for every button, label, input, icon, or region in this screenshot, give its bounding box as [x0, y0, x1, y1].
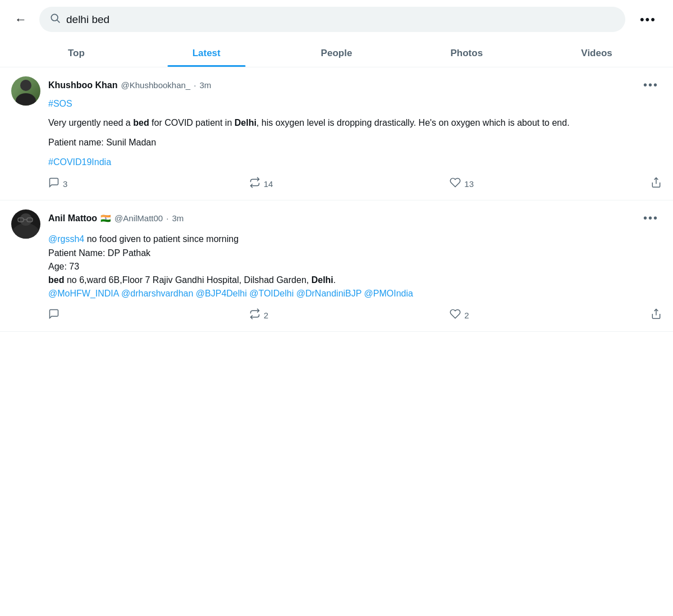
- retweet-action[interactable]: 14: [249, 177, 450, 191]
- reply-action[interactable]: 3: [48, 177, 249, 191]
- tweet-content: @rgssh4 no food given to patient since m…: [48, 232, 662, 300]
- tweet-actions: 2 2: [48, 308, 662, 322]
- author-name: Anil Mattoo: [48, 213, 97, 223]
- tweet-text-line1: @rgssh4 no food given to patient since m…: [48, 232, 662, 247]
- reply-count: 3: [63, 179, 67, 189]
- retweet-count: 14: [264, 179, 273, 189]
- tweet-meta: Khushboo Khan @Khushbookhan_ · 3m: [48, 80, 211, 90]
- tweet-mentions: @MoHFW_INDIA @drharshvardhan @BJP4Delhi …: [48, 287, 662, 300]
- share-icon: [651, 177, 662, 191]
- retweet-count: 2: [264, 311, 268, 320]
- tweet-timestamp: 3m: [172, 213, 184, 223]
- like-action[interactable]: 2: [450, 308, 651, 322]
- author-handle[interactable]: @Khushbookhan_: [121, 80, 191, 90]
- tweet-meta: Anil Mattoo 🇮🇳 @AnilMatt00 · 3m: [48, 213, 184, 223]
- like-count: 13: [464, 179, 474, 189]
- tweet-header: Khushboo Khan @Khushbookhan_ · 3m •••: [48, 76, 662, 94]
- share-icon: [651, 308, 662, 322]
- reply-icon: [48, 177, 59, 191]
- tweet-patient-name: Patient name: Sunil Madan: [48, 136, 662, 150]
- retweet-icon: [249, 308, 260, 322]
- svg-point-2: [20, 80, 31, 91]
- mentions-list[interactable]: @MoHFW_INDIA @drharshvardhan @BJP4Delhi …: [48, 289, 413, 298]
- tweet-patient-age: Age: 73: [48, 260, 662, 273]
- svg-point-0: [51, 14, 58, 21]
- tab-people[interactable]: People: [272, 39, 402, 67]
- share-action[interactable]: [651, 308, 662, 322]
- tweet-header: Anil Mattoo 🇮🇳 @AnilMatt00 · 3m •••: [48, 209, 662, 227]
- tweet-body: Khushboo Khan @Khushbookhan_ · 3m ••• #S…: [48, 76, 662, 191]
- svg-line-1: [57, 20, 60, 23]
- tab-videos[interactable]: Videos: [532, 39, 662, 67]
- retweet-icon: [249, 177, 260, 191]
- back-button[interactable]: ←: [11, 9, 30, 30]
- tweet-row: Anil Mattoo 🇮🇳 @AnilMatt00 · 3m ••• @rgs…: [0, 200, 673, 332]
- header: ← delhi bed •••: [0, 0, 673, 39]
- svg-point-3: [16, 93, 36, 106]
- more-button[interactable]: •••: [634, 9, 662, 30]
- reply-icon: [48, 308, 59, 322]
- share-action[interactable]: [651, 177, 662, 191]
- search-bar[interactable]: delhi bed: [39, 7, 625, 32]
- tabs-nav: Top Latest People Photos Videos: [0, 39, 673, 67]
- avatar: [11, 209, 40, 239]
- reply-action[interactable]: [48, 308, 249, 322]
- tweet-patient-name: Patient Name: DP Pathak: [48, 247, 662, 260]
- tweet-time: ·: [166, 213, 168, 223]
- tweet-text-body: Very urgently need a bed for COVID patie…: [48, 116, 662, 130]
- mention-rgssh4[interactable]: @rgssh4: [48, 234, 84, 244]
- like-count: 2: [464, 311, 469, 320]
- search-icon: [49, 12, 61, 26]
- author-name: Khushboo Khan: [48, 80, 118, 90]
- tweet-time: ·: [194, 80, 196, 90]
- hashtag-sos[interactable]: #SOS: [48, 99, 72, 108]
- like-action[interactable]: 13: [450, 177, 651, 191]
- like-icon: [450, 308, 461, 322]
- search-input[interactable]: delhi bed: [66, 13, 615, 26]
- retweet-action[interactable]: 2: [249, 308, 450, 322]
- tweet-actions: 3 14 13: [48, 177, 662, 191]
- tweet-content: #SOS Very urgently need a bed for COVID …: [48, 97, 662, 169]
- tweet-body: Anil Mattoo 🇮🇳 @AnilMatt00 · 3m ••• @rgs…: [48, 209, 662, 322]
- tweet-bed-info: bed no 6,ward 6B,Floor 7 Rajiv Gandhi Ho…: [48, 273, 662, 287]
- tweet-bed-bold: bed: [48, 275, 64, 285]
- author-flag: 🇮🇳: [100, 213, 111, 223]
- hashtag-covid[interactable]: #COVID19India: [48, 157, 111, 167]
- tab-top[interactable]: Top: [11, 39, 141, 67]
- tweet-timestamp: 3m: [199, 80, 211, 90]
- tab-photos[interactable]: Photos: [401, 39, 532, 67]
- avatar: [11, 76, 40, 106]
- tweet-row: Khushboo Khan @Khushbookhan_ · 3m ••• #S…: [0, 67, 673, 200]
- like-icon: [450, 177, 461, 191]
- author-handle[interactable]: @AnilMatt00: [115, 213, 163, 223]
- tweet-more-button[interactable]: •••: [640, 76, 662, 94]
- tab-latest[interactable]: Latest: [141, 39, 272, 67]
- tweet-more-button[interactable]: •••: [640, 209, 662, 227]
